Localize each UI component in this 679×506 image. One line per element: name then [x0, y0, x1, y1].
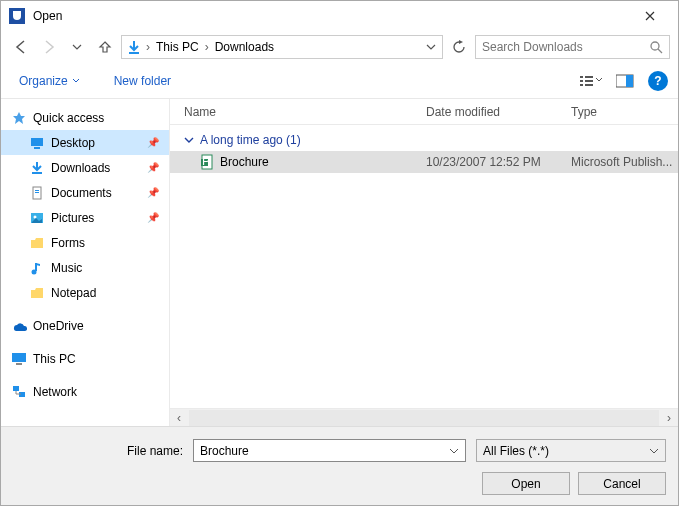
svg-rect-15: [35, 190, 39, 191]
help-button[interactable]: ?: [648, 71, 668, 91]
column-date[interactable]: Date modified: [426, 105, 571, 119]
svg-rect-22: [13, 386, 19, 391]
column-name[interactable]: Name: [170, 105, 426, 119]
navigation-pane[interactable]: Quick access Desktop 📌 Downloads 📌 Docum…: [1, 99, 169, 426]
pictures-icon: [29, 210, 45, 226]
filename-label: File name:: [13, 444, 183, 458]
publisher-file-icon: P: [200, 154, 214, 170]
sidebar-onedrive[interactable]: OneDrive: [1, 313, 169, 338]
chevron-down-icon: [72, 77, 80, 85]
filename-input[interactable]: [200, 444, 449, 458]
svg-rect-6: [585, 76, 593, 78]
chevron-down-icon: [184, 135, 194, 145]
svg-rect-8: [585, 84, 593, 86]
svg-rect-5: [580, 84, 583, 86]
chevron-down-icon[interactable]: [449, 446, 459, 456]
forward-button[interactable]: [37, 35, 61, 59]
sidebar-item-downloads[interactable]: Downloads 📌: [1, 155, 169, 180]
sidebar-label: Forms: [51, 236, 85, 250]
up-button[interactable]: [93, 35, 117, 59]
sidebar-label: Music: [51, 261, 82, 275]
sidebar-label: Downloads: [51, 161, 110, 175]
scroll-track[interactable]: [189, 410, 659, 426]
sidebar-item-pictures[interactable]: Pictures 📌: [1, 205, 169, 230]
sidebar-item-documents[interactable]: Documents 📌: [1, 180, 169, 205]
group-header[interactable]: A long time ago (1): [170, 125, 678, 151]
scroll-left-icon[interactable]: ‹: [170, 411, 188, 425]
filetype-filter[interactable]: All Files (*.*): [476, 439, 666, 462]
cancel-button[interactable]: Cancel: [578, 472, 666, 495]
file-name: Brochure: [220, 155, 269, 169]
network-icon: [11, 384, 27, 400]
sidebar-quick-access[interactable]: Quick access: [1, 105, 169, 130]
svg-rect-21: [16, 363, 22, 365]
app-icon: [9, 8, 25, 24]
svg-rect-20: [12, 353, 26, 362]
sidebar-network[interactable]: Network: [1, 379, 169, 404]
chevron-down-icon: [649, 446, 659, 456]
svg-rect-12: [34, 147, 40, 149]
preview-pane-button[interactable]: [610, 69, 640, 93]
star-icon: [11, 110, 27, 126]
column-headers: Name Date modified Type: [170, 99, 678, 125]
address-dropdown-icon[interactable]: [422, 42, 440, 52]
main-area: Quick access Desktop 📌 Downloads 📌 Docum…: [1, 99, 678, 426]
sidebar-label: Pictures: [51, 211, 94, 225]
search-icon[interactable]: [649, 40, 663, 54]
sidebar-item-forms[interactable]: Forms: [1, 230, 169, 255]
breadcrumb-this-pc[interactable]: This PC: [152, 40, 203, 54]
navigation-row: › This PC › Downloads: [1, 31, 678, 63]
close-button[interactable]: [630, 1, 670, 31]
svg-rect-4: [580, 80, 583, 82]
sidebar-item-desktop[interactable]: Desktop 📌: [1, 130, 169, 155]
titlebar: Open: [1, 1, 678, 31]
chevron-right-icon[interactable]: ›: [144, 40, 152, 54]
sidebar-item-notepad[interactable]: Notepad: [1, 280, 169, 305]
open-button[interactable]: Open: [482, 472, 570, 495]
file-row[interactable]: P Brochure 10/23/2007 12:52 PM Microsoft…: [170, 151, 678, 173]
svg-rect-10: [626, 75, 633, 87]
back-button[interactable]: [9, 35, 33, 59]
search-input[interactable]: [482, 40, 649, 54]
refresh-button[interactable]: [447, 35, 471, 59]
sidebar-this-pc[interactable]: This PC: [1, 346, 169, 371]
svg-rect-7: [585, 80, 593, 82]
music-icon: [29, 260, 45, 276]
pin-icon: 📌: [147, 212, 159, 223]
window-title: Open: [33, 9, 630, 23]
view-options-button[interactable]: [576, 69, 606, 93]
svg-rect-13: [32, 172, 42, 174]
address-bar[interactable]: › This PC › Downloads: [121, 35, 443, 59]
folder-icon: [29, 235, 45, 251]
pc-icon: [11, 351, 27, 367]
dialog-footer: File name: All Files (*.*) Open Cancel: [1, 426, 678, 505]
recent-locations-dropdown[interactable]: [65, 35, 89, 59]
group-label: A long time ago (1): [200, 133, 301, 147]
sidebar-label: Quick access: [33, 111, 104, 125]
pin-icon: 📌: [147, 137, 159, 148]
breadcrumb-downloads[interactable]: Downloads: [211, 40, 278, 54]
documents-icon: [29, 185, 45, 201]
filename-combo[interactable]: [193, 439, 466, 462]
desktop-icon: [29, 135, 45, 151]
onedrive-icon: [11, 318, 27, 334]
organize-label: Organize: [19, 74, 68, 88]
sidebar-label: Documents: [51, 186, 112, 200]
sidebar-item-music[interactable]: Music: [1, 255, 169, 280]
filter-label: All Files (*.*): [483, 444, 649, 458]
svg-rect-11: [31, 138, 43, 146]
sidebar-label: Desktop: [51, 136, 95, 150]
file-list[interactable]: A long time ago (1) P Brochure 10/23/200…: [170, 125, 678, 408]
sidebar-label: Notepad: [51, 286, 96, 300]
search-box[interactable]: [475, 35, 670, 59]
organize-button[interactable]: Organize: [11, 70, 88, 92]
downloads-icon: [29, 160, 45, 176]
column-type[interactable]: Type: [571, 105, 678, 119]
new-folder-button[interactable]: New folder: [106, 70, 179, 92]
svg-point-19: [32, 269, 37, 274]
toolbar: Organize New folder ?: [1, 63, 678, 99]
chevron-right-icon[interactable]: ›: [203, 40, 211, 54]
scroll-right-icon[interactable]: ›: [660, 411, 678, 425]
folder-icon: [29, 285, 45, 301]
horizontal-scrollbar[interactable]: ‹ ›: [170, 408, 678, 426]
